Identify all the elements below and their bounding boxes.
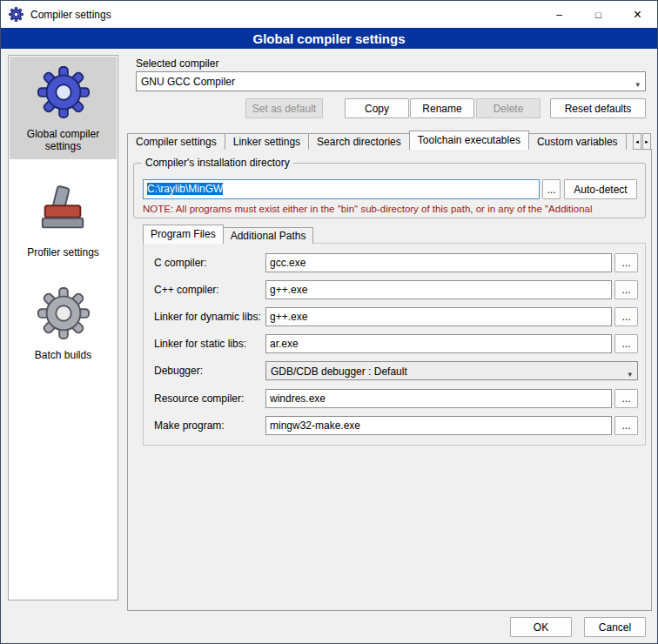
chevron-down-icon: ▾ [635,77,640,91]
chevron-down-icon: ▾ [628,367,632,380]
field-row: C++ compiler: ... [144,280,645,299]
grey-gear-icon [37,286,91,340]
left-arrow-icon: ◄ [634,139,640,144]
tab-linker-settings[interactable]: Linker settings [225,133,309,150]
subtab-program-files[interactable]: Program Files [143,225,224,244]
c-compiler-label: C compiler: [154,257,207,269]
sidebar-item-global-compiler-settings[interactable]: Global compiler settings [10,57,117,159]
c-compiler-input[interactable] [265,253,612,272]
browse-button[interactable]: ... [614,253,638,272]
make-program-label: Make program: [154,419,225,432]
debugger-label: Debugger: [154,365,203,377]
program-files-panel: C compiler: ... C++ compiler: ... Linker… [143,243,646,446]
subtab-additional-paths[interactable]: Additional Paths [223,227,314,244]
close-icon: × [634,7,641,23]
cpp-compiler-input[interactable] [265,280,612,299]
linker-static-input[interactable] [265,334,612,353]
maximize-icon: □ [595,10,601,20]
tab-scroll-arrows: ◄ ► [633,133,651,150]
linker-dynamic-label: Linker for dynamic libs: [154,311,261,323]
debugger-value: GDB/CDB debugger : Default [271,366,407,378]
browse-directory-button[interactable]: ... [542,179,561,199]
subtab-strip: Program Files Additional Paths [143,225,313,244]
auto-detect-button[interactable]: Auto-detect [564,179,637,199]
field-row: Make program: ... [144,416,645,435]
profiler-tool-icon [37,184,91,238]
sidebar-item-label: Profiler settings [11,246,115,258]
browse-button[interactable]: ... [614,416,638,435]
copy-button[interactable]: Copy [345,98,409,118]
browse-button[interactable]: ... [614,307,638,326]
sidebar-item-batch-builds[interactable]: Batch builds [10,278,117,368]
cpp-compiler-label: C++ compiler: [154,284,219,296]
rename-button[interactable]: Rename [410,98,474,118]
cancel-button[interactable]: Cancel [584,617,646,637]
right-arrow-icon: ► [644,139,649,144]
browse-button[interactable]: ... [614,334,638,353]
tab-scroll-right-button[interactable]: ► [642,133,651,150]
tab-strip: Compiler settings Linker settings Search… [127,131,633,150]
window-title: Compiler settings [30,9,111,21]
tab-build-options[interactable]: Build options [626,133,633,150]
minimize-icon: – [556,9,562,21]
sidebar: Global compiler settings Profiler settin… [8,55,118,600]
resource-compiler-label: Resource compiler: [154,392,244,405]
set-as-default-button[interactable]: Set as default [245,98,323,118]
installation-directory-value: C:\raylib\MinGW [147,183,223,195]
reset-defaults-button[interactable]: Reset defaults [550,98,646,118]
tab-search-directories[interactable]: Search directories [308,133,410,150]
field-row: Linker for static libs: ... [144,334,645,353]
dialog-banner: Global compiler settings [1,28,657,49]
tab-toolchain-executables[interactable]: Toolchain executables [409,131,529,150]
tab-compiler-settings[interactable]: Compiler settings [127,133,225,150]
browse-button[interactable]: ... [614,280,638,299]
resource-compiler-input[interactable] [265,389,612,408]
selected-compiler-select[interactable]: GNU GCC Compiler ▾ [136,71,646,91]
delete-button[interactable]: Delete [476,98,540,118]
installation-directory-group-title: Compiler's installation directory [142,157,293,169]
app-icon [9,7,24,22]
field-row: Resource compiler: ... [144,389,645,408]
window-controls: – □ × [540,1,657,28]
selected-compiler-label: Selected compiler [136,57,218,70]
field-row: C compiler: ... [144,253,645,272]
maximize-button[interactable]: □ [579,1,618,28]
ok-button[interactable]: OK [510,617,572,637]
installation-directory-input[interactable]: C:\raylib\MinGW [143,179,540,199]
browse-button[interactable]: ... [614,389,638,408]
blue-gear-icon [37,65,91,119]
selected-compiler-value: GNU GCC Compiler [141,76,235,88]
sidebar-item-label: Global compiler settings [11,128,115,152]
minimize-button[interactable]: – [540,1,579,28]
close-button[interactable]: × [618,1,657,28]
compiler-settings-window: Compiler settings – □ × Global compiler … [0,0,658,644]
sidebar-item-profiler-settings[interactable]: Profiler settings [10,175,117,265]
field-row: Debugger: GDB/CDB debugger : Default ▾ [144,361,645,380]
sidebar-item-label: Batch builds [11,349,115,361]
bin-subdirectory-note: NOTE: All programs must exist either in … [143,204,641,214]
linker-static-label: Linker for static libs: [154,338,246,350]
make-program-input[interactable] [265,416,612,435]
field-row: Linker for dynamic libs: ... [144,307,645,326]
titlebar: Compiler settings – □ × [1,1,657,28]
debugger-select[interactable]: GDB/CDB debugger : Default ▾ [265,361,638,380]
tab-scroll-left-button[interactable]: ◄ [633,133,641,150]
linker-dynamic-input[interactable] [265,307,612,326]
tab-custom-variables[interactable]: Custom variables [528,133,627,150]
